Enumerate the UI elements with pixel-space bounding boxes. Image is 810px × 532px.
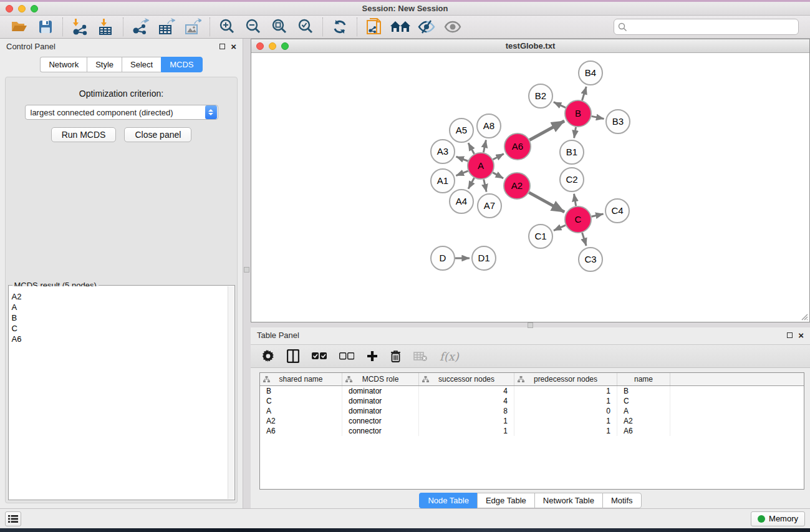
unselect-all-columns-button[interactable] <box>339 347 354 365</box>
zoom-fit-button[interactable] <box>266 17 292 37</box>
node-A8[interactable]: A8 <box>477 114 501 138</box>
edge-A-A4[interactable] <box>468 178 475 188</box>
column-header-MCDS-role[interactable]: MCDS role <box>342 373 419 385</box>
export-table-button[interactable] <box>153 17 180 37</box>
tab-style[interactable]: Style <box>87 57 122 72</box>
result-item[interactable]: C <box>9 323 228 334</box>
tab-select[interactable]: Select <box>122 57 161 72</box>
node-C1[interactable]: C1 <box>529 225 552 248</box>
tab-motifs[interactable]: Motifs <box>602 493 642 508</box>
column-header-shared-name[interactable]: shared name <box>260 373 342 385</box>
table-row[interactable]: A2connector11A2 <box>260 416 804 426</box>
zoom-selected-button[interactable] <box>292 17 319 37</box>
node-D[interactable]: D <box>431 246 455 270</box>
run-mcds-button[interactable]: Run MCDS <box>51 127 117 142</box>
edge-A-A2[interactable] <box>493 173 503 178</box>
search-input[interactable] <box>627 22 794 32</box>
show-column-button[interactable] <box>287 347 299 365</box>
table-row[interactable]: Bdominator41B <box>260 386 804 396</box>
edge-B-B3[interactable] <box>592 116 604 118</box>
delete-columns-button[interactable] <box>390 347 401 365</box>
export-image-button[interactable] <box>180 17 206 37</box>
edge-A-A6[interactable] <box>493 154 503 160</box>
column-header-predecessor-nodes[interactable]: predecessor nodes <box>514 373 617 385</box>
node-B3[interactable]: B3 <box>606 110 630 133</box>
node-B2[interactable]: B2 <box>529 84 552 108</box>
tab-edge-table[interactable]: Edge Table <box>477 493 534 508</box>
node-A6[interactable]: A6 <box>504 133 531 160</box>
birds-eye-view-button[interactable] <box>440 17 466 37</box>
edge-B-B2[interactable] <box>554 102 566 108</box>
tab-node-table[interactable]: Node Table <box>419 493 477 508</box>
splitter-collapse-handle[interactable] <box>528 322 533 328</box>
task-history-button[interactable] <box>5 511 21 526</box>
open-session-button[interactable] <box>6 17 32 37</box>
network-window-titlebar[interactable]: testGlobe.txt <box>251 39 809 53</box>
result-scrollbar[interactable] <box>228 286 234 499</box>
node-A1[interactable]: A1 <box>431 169 455 193</box>
edge-A-A8[interactable] <box>483 140 486 153</box>
node-C2[interactable]: C2 <box>560 168 584 191</box>
close-panel-icon[interactable]: × <box>231 44 236 50</box>
splitter-collapse-handle[interactable] <box>244 267 249 273</box>
hide-graphics-details-button[interactable] <box>413 17 440 37</box>
node-C3[interactable]: C3 <box>579 248 602 271</box>
close-panel-icon[interactable]: × <box>798 332 804 339</box>
horizontal-splitter[interactable] <box>251 322 810 327</box>
table-options-button[interactable] <box>262 347 274 365</box>
node-A[interactable]: A <box>468 153 494 179</box>
node-B4[interactable]: B4 <box>579 61 602 85</box>
tab-network-table[interactable]: Network Table <box>534 493 602 508</box>
tab-mcds[interactable]: MCDS <box>161 57 202 72</box>
edge-B-B4[interactable] <box>582 87 586 100</box>
create-column-button[interactable] <box>367 347 378 365</box>
node-A4[interactable]: A4 <box>450 190 473 213</box>
edge-C-C4[interactable] <box>591 214 603 216</box>
resize-grip-icon[interactable] <box>799 312 808 321</box>
export-network-button[interactable] <box>127 17 153 37</box>
result-item[interactable]: A6 <box>9 334 228 344</box>
edge-B-B1[interactable] <box>574 127 576 138</box>
delete-table-button[interactable] <box>413 347 427 365</box>
refresh-button[interactable] <box>327 17 353 37</box>
select-all-columns-button[interactable] <box>312 347 327 365</box>
edge-A6-B[interactable] <box>529 121 564 140</box>
column-header-name[interactable]: name <box>617 373 670 385</box>
result-item[interactable]: A <box>9 302 228 312</box>
node-B1[interactable]: B1 <box>560 140 584 164</box>
edge-C-C1[interactable] <box>554 225 566 231</box>
vertical-splitter[interactable] <box>243 39 251 508</box>
node-A7[interactable]: A7 <box>478 194 501 218</box>
edge-A-A5[interactable] <box>468 143 475 153</box>
edge-C-C2[interactable] <box>574 194 576 206</box>
table-row[interactable]: Cdominator41C <box>260 396 804 406</box>
network-from-file-button[interactable] <box>361 17 387 37</box>
import-table-button[interactable] <box>93 17 119 37</box>
node-A3[interactable]: A3 <box>431 140 455 163</box>
network-canvas[interactable]: B4B2BB3A8A5A6A3B1AC2A1A2A4A7C4CC1DD1C3 <box>251 53 809 322</box>
home-button[interactable] <box>387 17 413 37</box>
network-graph[interactable]: B4B2BB3A8A5A6A3B1AC2A1A2A4A7C4CC1DD1C3 <box>251 53 809 320</box>
search-field[interactable] <box>614 19 799 35</box>
result-item[interactable]: B <box>9 312 228 323</box>
close-panel-button[interactable]: Close panel <box>124 127 191 142</box>
function-builder-button[interactable]: f(x) <box>440 347 459 365</box>
tab-network[interactable]: Network <box>40 57 87 72</box>
import-network-button[interactable] <box>67 17 93 37</box>
edge-A-A1[interactable] <box>456 171 468 176</box>
zoom-out-button[interactable] <box>240 17 266 37</box>
node-C[interactable]: C <box>565 206 591 233</box>
save-session-button[interactable] <box>32 17 59 37</box>
edge-A-A7[interactable] <box>484 179 486 191</box>
float-panel-icon[interactable] <box>219 44 225 49</box>
memory-button[interactable]: Memory <box>751 511 805 526</box>
float-panel-icon[interactable] <box>787 332 793 338</box>
node-A2[interactable]: A2 <box>504 173 530 199</box>
edge-C-C3[interactable] <box>582 233 587 246</box>
node-D1[interactable]: D1 <box>472 246 496 270</box>
node-A5[interactable]: A5 <box>450 118 473 142</box>
node-C4[interactable]: C4 <box>605 199 629 223</box>
node-B[interactable]: B <box>565 100 591 127</box>
edge-A-A3[interactable] <box>456 157 468 161</box>
table-row[interactable]: Adominator80A <box>260 406 804 416</box>
